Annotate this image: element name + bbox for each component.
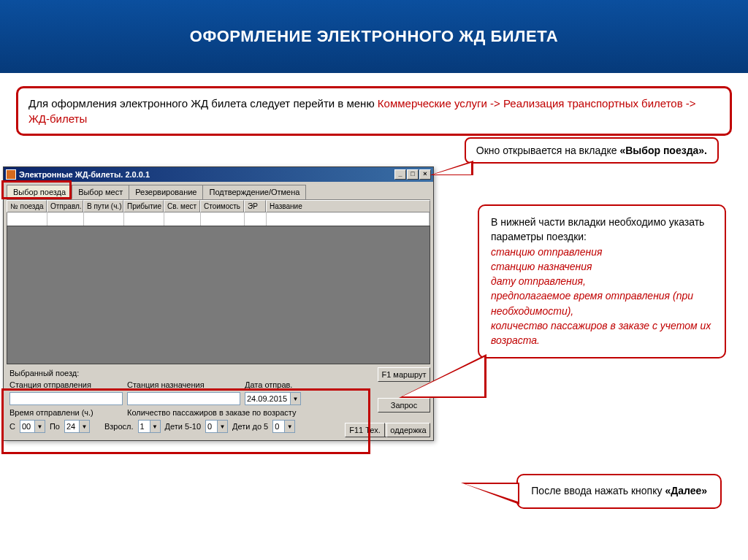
bottom-panel: Выбранный поезд: Станция отправления Ста… xyxy=(4,364,433,440)
tab-confirm-cancel[interactable]: Подтверждение/Отмена xyxy=(202,185,306,199)
time-from-value: 00 xyxy=(20,420,34,433)
callout-next-text: После ввода нажать кнопку xyxy=(531,485,665,496)
slide-title: ОФОРМЛЕНИЕ ЭЛЕКТРОННОГО ЖД БИЛЕТА xyxy=(190,27,558,46)
col-er[interactable]: ЭР xyxy=(244,200,266,212)
child510-label: Дети 5-10 xyxy=(165,422,201,431)
callout-params-intro: В нижней части вкладки необходимо указат… xyxy=(491,215,713,245)
chevron-down-icon[interactable]: ▼ xyxy=(34,420,45,433)
grid-empty-row xyxy=(7,212,430,226)
selected-train-label: Выбранный поезд: xyxy=(9,369,79,377)
titlebar-text: Электронные ЖД-билеты. 2.0.0.1 xyxy=(19,170,394,179)
grid-header: № поезда Отправл. В пути (ч.) Прибытие С… xyxy=(7,199,430,212)
tab-reservation[interactable]: Резервирование xyxy=(129,185,203,199)
instruction-text: Для оформления электронного ЖД билета сл… xyxy=(28,97,378,110)
dst-station-input[interactable] xyxy=(127,392,240,405)
callout-params: В нижней части вкладки необходимо указат… xyxy=(478,204,726,358)
col-name[interactable]: Название xyxy=(266,200,430,212)
callout-params-l1: станцию отправления xyxy=(491,245,713,259)
col-duration[interactable]: В пути (ч.) xyxy=(83,200,123,212)
date-combo[interactable]: 24.09.2015 ▼ xyxy=(245,392,301,405)
callout-params-l5: количество пассажиров в заказе с учетом … xyxy=(491,318,713,348)
instruction-box: Для оформления электронного ЖД билета сл… xyxy=(16,86,732,136)
dep-station-input[interactable] xyxy=(9,392,123,405)
col-train-number[interactable]: № поезда xyxy=(7,200,47,212)
query-button[interactable]: Запрос xyxy=(378,398,430,413)
callout-next-bold: «Далее» xyxy=(665,485,707,496)
pax-label: Количество пассажиров в заказе по возрас… xyxy=(127,408,296,417)
col-departure[interactable]: Отправл. xyxy=(47,200,83,212)
slide-header: ОФОРМЛЕНИЕ ЭЛЕКТРОННОГО ЖД БИЛЕТА xyxy=(0,0,748,73)
time-to-value: 24 xyxy=(64,420,79,433)
col-cost[interactable]: Стоимость xyxy=(200,200,244,212)
maximize-button[interactable]: □ xyxy=(407,169,419,180)
chevron-down-icon[interactable]: ▼ xyxy=(284,420,295,433)
child510-combo[interactable]: 0▼ xyxy=(205,420,228,433)
date-label: Дата отправ. xyxy=(245,380,292,389)
callout-params-l2: станцию назначения xyxy=(491,259,713,274)
adult-value: 1 xyxy=(138,420,150,433)
chevron-down-icon[interactable]: ▼ xyxy=(79,420,90,433)
adult-label: Взросл. xyxy=(104,422,134,431)
callout-tab-bold: «Выбор поезда». xyxy=(619,145,707,156)
titlebar[interactable]: Электронные ЖД-билеты. 2.0.0.1 _ □ × xyxy=(4,167,433,182)
child510-value: 0 xyxy=(205,420,217,433)
tabs-row: Выбор поезда Выбор мест Резервирование П… xyxy=(4,182,433,199)
col-arrival[interactable]: Прибытие xyxy=(123,200,164,212)
dep-station-label: Станция отправления xyxy=(9,380,91,389)
callout-next: После ввода нажать кнопку «Далее» xyxy=(516,474,722,509)
chevron-down-icon[interactable]: ▼ xyxy=(217,420,228,433)
support-button[interactable]: оддержка xyxy=(386,423,430,437)
time-to-combo[interactable]: 24▼ xyxy=(64,420,90,433)
date-value: 24.09.2015 xyxy=(245,392,290,405)
callout-params-l3: дату отправления, xyxy=(491,274,713,288)
grid-empty-area xyxy=(7,226,430,364)
child5-value: 0 xyxy=(272,420,284,433)
child5-combo[interactable]: 0▼ xyxy=(272,420,295,433)
col-seats[interactable]: Св. мест xyxy=(164,200,200,212)
app-icon xyxy=(6,169,16,180)
child5-label: Дети до 5 xyxy=(232,422,268,431)
time-from-combo[interactable]: 00▼ xyxy=(20,420,45,433)
minimize-button[interactable]: _ xyxy=(394,169,406,180)
chevron-down-icon[interactable]: ▼ xyxy=(290,392,301,405)
tab-select-seats[interactable]: Выбор мест xyxy=(72,185,129,199)
chevron-down-icon[interactable]: ▼ xyxy=(150,420,161,433)
callout-tab-hint: Окно открывается на вкладке «Выбор поезд… xyxy=(465,137,719,164)
callout-tab-text: Окно открывается на вкладке xyxy=(476,145,620,156)
app-window: Электронные ЖД-билеты. 2.0.0.1 _ □ × Выб… xyxy=(3,166,434,441)
tech-button[interactable]: F11 Тех. xyxy=(345,423,385,437)
time-from-label: С xyxy=(9,422,15,431)
time-label: Время отправлени (ч.) xyxy=(9,408,94,417)
callout-params-l4: предполагаемое время отправления (при не… xyxy=(491,288,713,318)
dst-station-label: Станция назначения xyxy=(127,380,205,389)
tab-select-train[interactable]: Выбор поезда xyxy=(7,185,72,199)
adult-combo[interactable]: 1▼ xyxy=(138,420,161,433)
time-to-label: По xyxy=(50,422,60,431)
